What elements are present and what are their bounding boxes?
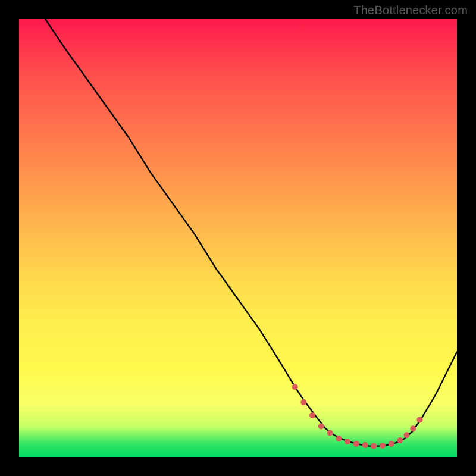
marker-dot xyxy=(353,441,359,447)
marker-dot xyxy=(318,424,324,430)
plot-area xyxy=(19,19,457,457)
marker-dot xyxy=(416,416,422,422)
marker-dot xyxy=(345,439,350,444)
marker-dot xyxy=(309,412,315,418)
marker-dot xyxy=(300,399,306,405)
marker-dot xyxy=(380,443,386,449)
marker-dot xyxy=(410,425,416,431)
frame: TheBottlenecker.com xyxy=(0,0,476,476)
watermark-text: TheBottlenecker.com xyxy=(353,4,468,17)
marker-dot xyxy=(371,443,377,449)
marker-dot xyxy=(327,430,333,436)
marker-dot xyxy=(336,436,342,441)
marker-dot xyxy=(403,432,409,438)
marker-dot xyxy=(397,437,403,443)
marker-dot xyxy=(389,441,394,447)
marker-dot xyxy=(362,442,368,448)
marker-dot xyxy=(292,384,298,390)
chart-svg xyxy=(19,19,457,457)
bottleneck-curve xyxy=(45,19,457,446)
